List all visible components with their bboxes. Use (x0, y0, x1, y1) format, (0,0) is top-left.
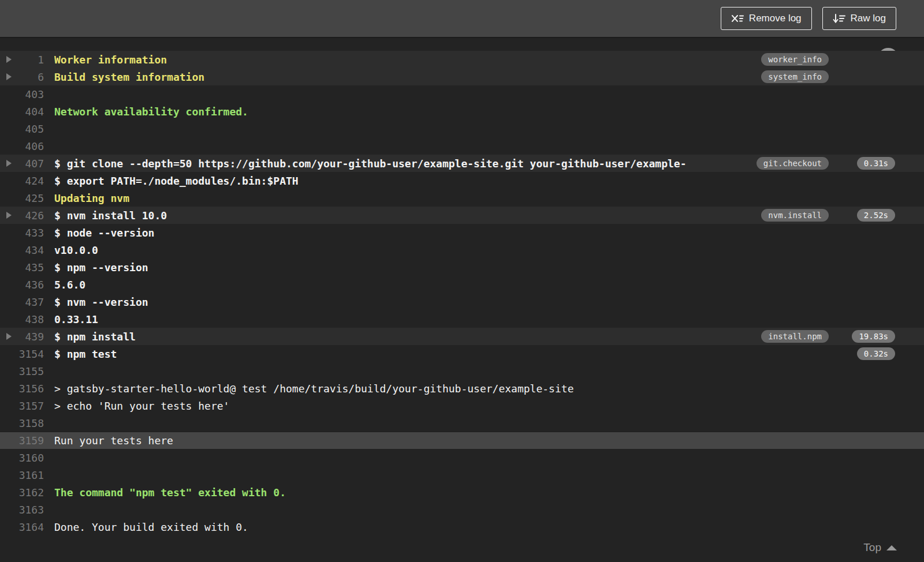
line-number[interactable]: 6 (17, 71, 44, 83)
log-row: 3154 $ npm test 0.32s (0, 345, 924, 362)
line-number[interactable]: 426 (17, 209, 44, 222)
log-row: 3156 > gatsby-starter-hello-world@ test … (0, 380, 924, 397)
fold-tag-badge: nvm.install (761, 209, 829, 222)
log-line-text: > echo 'Run your tests here' (54, 400, 229, 412)
line-number[interactable]: 434 (17, 244, 44, 256)
duration-badge: 19.83s (852, 330, 895, 343)
line-number[interactable]: 403 (17, 88, 44, 100)
log-line-text: Done. Your build exited with 0. (54, 521, 248, 533)
log-row: 407 $ git clone --depth=50 https://githu… (0, 155, 924, 172)
log-row: 438 0.33.11 (0, 310, 924, 328)
log-line-text: v10.0.0 (54, 244, 98, 256)
line-number[interactable]: 404 (17, 106, 44, 118)
log-row: 3157 > echo 'Run your tests here' (0, 397, 924, 414)
line-number[interactable]: 1 (17, 54, 44, 66)
log-row: 6 Build system information system_info (0, 68, 924, 85)
fold-arrow-slot (0, 56, 17, 63)
fold-tag-badge: system_info (761, 70, 829, 83)
duration-badge: 0.32s (857, 347, 895, 360)
log-row: 403 (0, 85, 924, 103)
line-number[interactable]: 3154 (17, 348, 44, 360)
scroll-to-top-link[interactable]: Top (863, 541, 897, 554)
log-line-text: Network availability confirmed. (54, 106, 248, 118)
line-number[interactable]: 438 (17, 313, 44, 325)
log-line-text: $ git clone --depth=50 https://github.co… (54, 158, 687, 170)
remove-log-icon (731, 13, 744, 24)
log-line-text: 5.6.0 (54, 279, 85, 291)
top-label: Top (863, 541, 881, 554)
log-line-text: The command "npm test" exited with 0. (54, 486, 286, 499)
fold-arrow-slot (0, 333, 17, 340)
log-row: 3155 (0, 362, 924, 380)
log-line-text: $ nvm install 10.0 (54, 209, 167, 222)
fold-toggle-icon[interactable] (6, 73, 12, 80)
duration-badge: 0.31s (857, 157, 895, 170)
log-line-text: $ npm test (54, 348, 117, 360)
log-line-text: Worker information (54, 54, 167, 66)
log-line-text: 0.33.11 (54, 313, 98, 325)
log-row: 404 Network availability confirmed. (0, 103, 924, 120)
line-number[interactable]: 439 (17, 331, 44, 343)
log-row: 3162 The command "npm test" exited with … (0, 484, 924, 501)
log-row: 1 Worker information worker_info (0, 51, 924, 68)
line-number[interactable]: 3155 (17, 365, 44, 377)
duration-badge: 2.52s (857, 209, 895, 222)
log-toolbar: Remove log Raw log (0, 0, 924, 38)
fold-toggle-icon[interactable] (6, 56, 12, 63)
line-number[interactable]: 433 (17, 227, 44, 239)
log-line-text: $ nvm --version (54, 296, 148, 308)
build-log: 1 Worker information worker_info 6 Build… (0, 38, 924, 561)
line-number[interactable]: 3159 (17, 434, 44, 447)
line-number[interactable]: 407 (17, 158, 44, 170)
fold-arrow-slot (0, 212, 17, 219)
line-number[interactable]: 424 (17, 175, 44, 187)
raw-log-label: Raw log (851, 13, 886, 24)
raw-log-button[interactable]: Raw log (822, 7, 896, 30)
log-row: 437 $ nvm --version (0, 293, 924, 310)
line-number[interactable]: 406 (17, 140, 44, 152)
line-number[interactable]: 3157 (17, 400, 44, 412)
raw-log-icon (833, 13, 845, 24)
line-number[interactable]: 3162 (17, 486, 44, 499)
fold-tag-badge: git.checkout (757, 157, 829, 170)
line-number[interactable]: 3156 (17, 383, 44, 395)
line-number[interactable]: 425 (17, 192, 44, 204)
fold-toggle-icon[interactable] (6, 333, 12, 340)
log-line-text: > gatsby-starter-hello-world@ test /home… (54, 383, 573, 395)
log-row: 434 v10.0.0 (0, 241, 924, 258)
log-line-text: Build system information (54, 71, 204, 83)
log-row: 3160 (0, 449, 924, 466)
log-row: 3163 (0, 501, 924, 518)
log-line-text: $ npm --version (54, 261, 148, 273)
line-number[interactable]: 3161 (17, 469, 44, 481)
fold-toggle-icon[interactable] (6, 160, 12, 167)
line-number[interactable]: 3163 (17, 504, 44, 516)
log-row: 3159 Run your tests here (0, 432, 924, 449)
caret-up-icon (886, 545, 897, 550)
log-row: 406 (0, 137, 924, 155)
log-line-text: $ node --version (54, 227, 154, 239)
line-number[interactable]: 435 (17, 261, 44, 273)
log-row: 425 Updating nvm (0, 189, 924, 207)
line-number[interactable]: 3164 (17, 521, 44, 533)
log-row: 3161 (0, 466, 924, 484)
log-line-text: Updating nvm (54, 192, 129, 204)
line-number[interactable]: 437 (17, 296, 44, 308)
log-line-text: Run your tests here (54, 434, 173, 447)
log-row: 405 (0, 120, 924, 137)
line-number[interactable]: 3158 (17, 417, 44, 429)
line-number[interactable]: 405 (17, 123, 44, 135)
fold-arrow-slot (0, 160, 17, 167)
remove-log-label: Remove log (749, 13, 802, 24)
fold-arrow-slot (0, 73, 17, 80)
line-number[interactable]: 3160 (17, 452, 44, 464)
log-line-text: $ export PATH=./node_modules/.bin:$PATH (54, 175, 299, 187)
log-row: 424 $ export PATH=./node_modules/.bin:$P… (0, 172, 924, 189)
log-row: 3164 Done. Your build exited with 0. (0, 518, 924, 535)
remove-log-button[interactable]: Remove log (721, 7, 812, 30)
fold-tag-badge: install.npm (761, 330, 829, 343)
log-row: 426 $ nvm install 10.0 nvm.install 2.52s (0, 207, 924, 224)
line-number[interactable]: 436 (17, 279, 44, 291)
fold-toggle-icon[interactable] (6, 212, 12, 219)
log-row: 439 $ npm install install.npm 19.83s (0, 328, 924, 345)
